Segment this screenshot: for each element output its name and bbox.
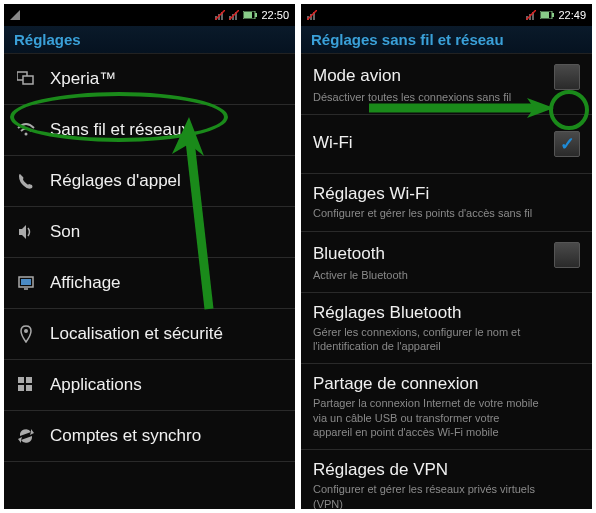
sync-icon (16, 426, 36, 446)
item-title: Bluetooth (313, 244, 385, 264)
item-xperia[interactable]: Xperia™ (4, 54, 295, 105)
item-vpn[interactable]: Réglages de VPN Configurer et gérer les … (301, 450, 592, 509)
item-wifi[interactable]: Wi-Fi (301, 115, 592, 174)
item-subtitle: Gérer les connexions, configurer le nom … (313, 325, 580, 354)
item-label: Xperia™ (50, 69, 116, 89)
no-signal-icon (229, 10, 239, 20)
svg-rect-21 (26, 385, 32, 391)
signal-icon (10, 10, 20, 20)
item-label: Affichage (50, 273, 121, 293)
item-subtitle: Configurer et gérer les points d'accès s… (313, 206, 580, 220)
airplane-checkbox[interactable] (554, 64, 580, 90)
item-label: Réglages d'appel (50, 171, 181, 191)
item-call[interactable]: Réglages d'appel (4, 156, 295, 207)
item-title: Réglages Wi-Fi (313, 184, 580, 204)
item-subtitle: Configurer et gérer les réseaux privés v… (313, 482, 580, 509)
svg-point-13 (25, 133, 28, 136)
item-label: Localisation et sécurité (50, 324, 223, 344)
svg-point-17 (24, 329, 28, 333)
status-bar: 22:50 (4, 4, 295, 26)
item-title: Réglages de VPN (313, 460, 580, 480)
item-tethering[interactable]: Partage de connexion Partager la connexi… (301, 364, 592, 450)
item-label: Comptes et synchro (50, 426, 201, 446)
svg-rect-12 (23, 76, 33, 84)
item-label: Applications (50, 375, 142, 395)
bluetooth-checkbox[interactable] (554, 242, 580, 268)
item-location[interactable]: Localisation et sécurité (4, 309, 295, 360)
no-signal-icon (307, 10, 317, 20)
wifi-checkbox[interactable] (554, 131, 580, 157)
item-wireless[interactable]: Sans fil et réseaux (4, 105, 295, 156)
battery-icon (243, 11, 257, 19)
item-display[interactable]: Affichage (4, 258, 295, 309)
phone-left: 22:50 Réglages Xperia™ Sans fil et résea… (4, 4, 295, 509)
svg-rect-19 (26, 377, 32, 383)
phone-icon (16, 171, 36, 191)
battery-icon (540, 11, 554, 19)
svg-rect-10 (255, 13, 257, 17)
item-title: Mode avion (313, 66, 401, 86)
page-title: Réglages (4, 26, 295, 54)
item-title: Partage de connexion (313, 374, 580, 394)
item-accounts[interactable]: Comptes et synchro (4, 411, 295, 462)
item-bluetooth-settings[interactable]: Réglages Bluetooth Gérer les connexions,… (301, 293, 592, 365)
wireless-list: Mode avion Désactiver toutes les connexi… (301, 54, 592, 509)
location-icon (16, 324, 36, 344)
item-title: Wi-Fi (313, 133, 353, 153)
volume-icon (16, 222, 36, 242)
phone-right: 22:49 Réglages sans fil et réseau Mode a… (301, 4, 592, 509)
svg-rect-31 (541, 12, 549, 18)
item-bluetooth[interactable]: Bluetooth Activer le Bluetooth (301, 232, 592, 293)
svg-rect-32 (552, 13, 554, 17)
item-subtitle: Désactiver toutes les connexions sans fi… (313, 90, 580, 104)
no-signal-icon (526, 10, 536, 20)
svg-rect-15 (21, 279, 31, 285)
item-applications[interactable]: Applications (4, 360, 295, 411)
clock: 22:50 (261, 9, 289, 21)
item-label: Sans fil et réseaux (50, 120, 190, 140)
item-subtitle: Partager la connexion Internet de votre … (313, 396, 580, 439)
status-bar: 22:49 (301, 4, 592, 26)
clock: 22:49 (558, 9, 586, 21)
display-icon (16, 273, 36, 293)
svg-rect-9 (244, 12, 252, 18)
svg-rect-18 (18, 377, 24, 383)
svg-rect-20 (18, 385, 24, 391)
item-subtitle: Activer le Bluetooth (313, 268, 580, 282)
wifi-icon (16, 120, 36, 140)
item-airplane[interactable]: Mode avion Désactiver toutes les connexi… (301, 54, 592, 115)
no-signal-icon (215, 10, 225, 20)
apps-icon (16, 375, 36, 395)
monitors-icon (16, 69, 36, 89)
item-sound[interactable]: Son (4, 207, 295, 258)
page-title: Réglages sans fil et réseau (301, 26, 592, 54)
settings-list: Xperia™ Sans fil et réseaux Réglages d'a… (4, 54, 295, 509)
item-wifi-settings[interactable]: Réglages Wi-Fi Configurer et gérer les p… (301, 174, 592, 231)
item-title: Réglages Bluetooth (313, 303, 580, 323)
item-label: Son (50, 222, 80, 242)
